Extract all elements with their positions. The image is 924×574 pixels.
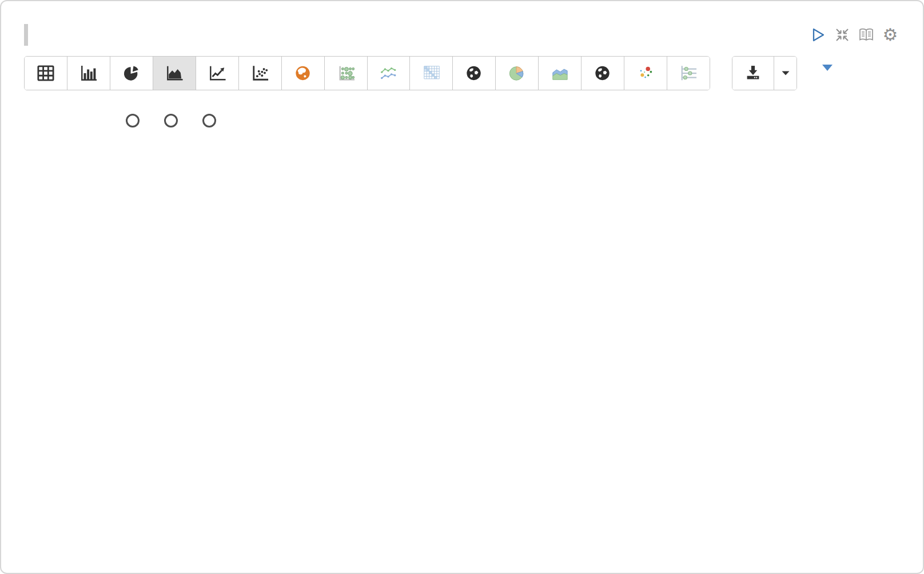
chart-type-areacolor-button[interactable] xyxy=(539,57,582,90)
radio-expanded[interactable] xyxy=(202,114,218,127)
heatmap-icon xyxy=(421,65,441,82)
chart-type-heatmap-button[interactable] xyxy=(410,57,453,90)
globe-orange-icon xyxy=(293,65,313,82)
area-chart-plot xyxy=(99,144,870,421)
chart-type-table-button[interactable] xyxy=(25,57,67,90)
paragraph-status-cluster: ⚙ xyxy=(794,26,899,43)
area-chart-icon xyxy=(165,65,184,82)
pie-color-icon xyxy=(507,65,527,82)
chart-type-line-button[interactable] xyxy=(196,57,239,90)
code-gutter-bar xyxy=(24,24,28,46)
chart-type-toolbar xyxy=(24,56,710,90)
chart-type-scattercolor-button[interactable] xyxy=(624,57,667,90)
settings-caret-icon xyxy=(822,65,833,71)
scatter-chart-icon xyxy=(250,65,270,82)
chart-type-multiline-button[interactable] xyxy=(368,57,411,90)
download-button[interactable] xyxy=(732,57,774,90)
chart-type-sliders-button[interactable] xyxy=(667,57,710,90)
chart-type-piecolor-button[interactable] xyxy=(496,57,539,90)
zeppelin-paragraph: ⚙ xyxy=(0,0,924,574)
radio-stacked[interactable] xyxy=(126,114,142,127)
radio-stream-dot xyxy=(164,114,178,127)
play-icon[interactable] xyxy=(810,26,827,43)
radio-expanded-dot xyxy=(202,114,216,127)
shrink-icon[interactable] xyxy=(834,26,851,43)
legend-swatch xyxy=(815,114,829,127)
line-chart-icon xyxy=(208,65,227,82)
area-color-icon xyxy=(550,65,569,82)
sliders-icon xyxy=(679,65,698,82)
table-icon xyxy=(36,65,55,82)
chart-type-bubble-button[interactable] xyxy=(325,57,368,90)
caret-down-icon xyxy=(781,69,790,78)
globe-dark2-icon xyxy=(593,65,612,82)
bubble-grid-icon xyxy=(336,65,356,82)
bar-chart-icon xyxy=(79,65,98,82)
multi-line-chart-icon xyxy=(379,65,398,82)
radio-stacked-dot xyxy=(126,114,140,127)
chart-type-scatter-button[interactable] xyxy=(239,57,282,90)
stack-mode-radio-group xyxy=(126,114,218,127)
chart-type-map-button[interactable] xyxy=(282,57,325,90)
chart-type-area-button[interactable] xyxy=(153,57,196,90)
download-caret-button[interactable] xyxy=(774,57,796,90)
code-editor-row xyxy=(24,24,34,46)
chart-type-bar-button[interactable] xyxy=(67,57,110,90)
download-split-button xyxy=(732,56,797,90)
pie-chart-icon xyxy=(122,65,141,82)
gear-icon[interactable]: ⚙ xyxy=(882,26,899,43)
chart-type-pie-button[interactable] xyxy=(110,57,153,90)
chart-legend[interactable] xyxy=(815,114,833,127)
download-icon xyxy=(744,65,762,82)
chart-type-globe1-button[interactable] xyxy=(453,57,496,90)
chart-type-globe2-button[interactable] xyxy=(582,57,624,90)
scatter-color-icon xyxy=(636,65,655,82)
radio-stream[interactable] xyxy=(164,114,180,127)
book-icon[interactable] xyxy=(858,26,875,43)
settings-dropdown[interactable] xyxy=(816,62,833,71)
globe-dark-icon xyxy=(464,65,484,82)
